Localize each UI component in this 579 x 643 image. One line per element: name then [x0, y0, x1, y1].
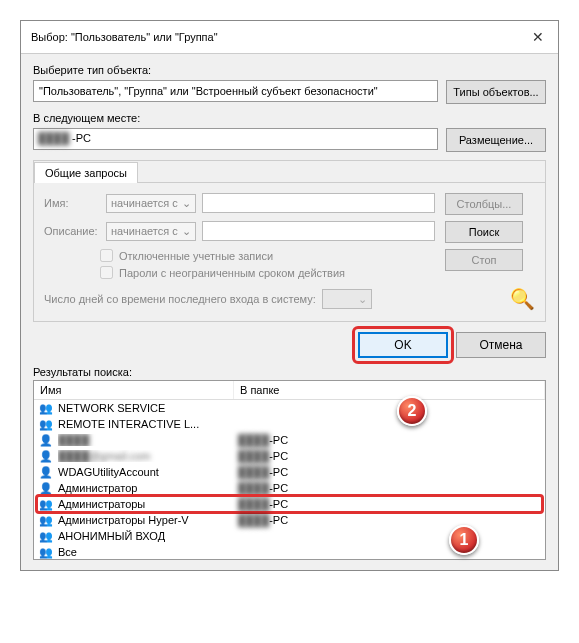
select-user-group-dialog: Выбор: "Пользователь" или "Группа" ✕ Выб… — [20, 20, 559, 571]
location-input[interactable]: ████ -PC — [33, 128, 438, 150]
desc-match-combo[interactable]: начинается с — [106, 222, 196, 241]
group-icon — [38, 513, 54, 527]
table-row[interactable]: WDAGUtilityAccount████-PC — [34, 464, 545, 480]
tab-common-queries[interactable]: Общие запросы — [34, 162, 138, 183]
row-name: WDAGUtilityAccount — [58, 466, 238, 478]
row-name: АНОНИМНЫЙ ВХОД — [58, 530, 238, 542]
row-folder: ████-PC — [238, 482, 541, 494]
table-row[interactable]: ████████-PC — [34, 432, 545, 448]
table-row[interactable]: ████@gmail.com████-PC — [34, 448, 545, 464]
row-name: Администраторы Hyper-V — [58, 514, 238, 526]
row-name: ████@gmail.com — [58, 450, 238, 462]
column-name[interactable]: Имя — [34, 381, 234, 399]
row-name: Все — [58, 546, 238, 558]
column-folder[interactable]: В папке — [234, 381, 545, 399]
row-folder: ████-PC — [238, 466, 541, 478]
object-type-input[interactable] — [33, 80, 438, 102]
disabled-accounts-checkbox[interactable] — [100, 249, 113, 262]
dialog-content: Выберите тип объекта: Типы объектов... В… — [21, 54, 558, 570]
row-name: REMOTE INTERACTIVE L... — [58, 418, 238, 430]
user-icon — [38, 465, 54, 479]
object-types-button[interactable]: Типы объектов... — [446, 80, 546, 104]
row-name: ████ — [58, 434, 238, 446]
user-icon — [38, 433, 54, 447]
results-header: Имя В папке — [34, 381, 545, 400]
row-name: Администратор — [58, 482, 238, 494]
row-folder: ████-PC — [238, 514, 541, 526]
name-input[interactable] — [202, 193, 435, 213]
user-icon — [38, 481, 54, 495]
table-row[interactable]: NETWORK SERVICE — [34, 400, 545, 416]
object-type-label: Выберите тип объекта: — [33, 64, 546, 76]
name-label: Имя: — [44, 197, 100, 209]
table-row[interactable]: Администратор████-PC — [34, 480, 545, 496]
ok-button[interactable]: OK — [358, 332, 448, 358]
row-folder: ████-PC — [238, 450, 541, 462]
name-match-combo[interactable]: начинается с — [106, 194, 196, 213]
row-folder: ████-PC — [238, 498, 541, 510]
days-label: Число дней со времени последнего входа в… — [44, 293, 316, 305]
non-expiring-pwd-checkbox[interactable] — [100, 266, 113, 279]
user-icon — [38, 449, 54, 463]
desc-label: Описание: — [44, 225, 100, 237]
close-icon[interactable]: ✕ — [528, 29, 548, 45]
results-label: Результаты поиска: — [33, 364, 546, 380]
group-icon — [38, 529, 54, 543]
desc-input[interactable] — [202, 221, 435, 241]
columns-button[interactable]: Столбцы... — [445, 193, 523, 215]
titlebar: Выбор: "Пользователь" или "Группа" ✕ — [21, 21, 558, 54]
row-folder: ████-PC — [238, 434, 541, 446]
table-row[interactable]: Администраторы████-PC — [34, 496, 545, 512]
group-icon — [38, 497, 54, 511]
dialog-title: Выбор: "Пользователь" или "Группа" — [31, 31, 218, 43]
common-queries-tabpanel: Общие запросы Имя: начинается с Описание… — [33, 160, 546, 322]
stop-button[interactable]: Стоп — [445, 249, 523, 271]
find-now-button[interactable]: Поиск — [445, 221, 523, 243]
group-icon — [38, 545, 54, 559]
cancel-button[interactable]: Отмена — [456, 332, 546, 358]
group-icon — [38, 401, 54, 415]
row-name: NETWORK SERVICE — [58, 402, 238, 414]
location-label: В следующем месте: — [33, 112, 546, 124]
disabled-accounts-check[interactable]: Отключенные учетные записи — [100, 249, 435, 262]
search-icon: 🔍 — [445, 287, 535, 311]
annotation-badge-1: 1 — [449, 525, 479, 555]
annotation-badge-2: 2 — [397, 396, 427, 426]
row-name: Администраторы — [58, 498, 238, 510]
table-row[interactable]: REMOTE INTERACTIVE L... — [34, 416, 545, 432]
non-expiring-pwd-check[interactable]: Пароли с неограниченным сроком действия — [100, 266, 435, 279]
group-icon — [38, 417, 54, 431]
locations-button[interactable]: Размещение... — [446, 128, 546, 152]
days-combo[interactable] — [322, 289, 372, 309]
